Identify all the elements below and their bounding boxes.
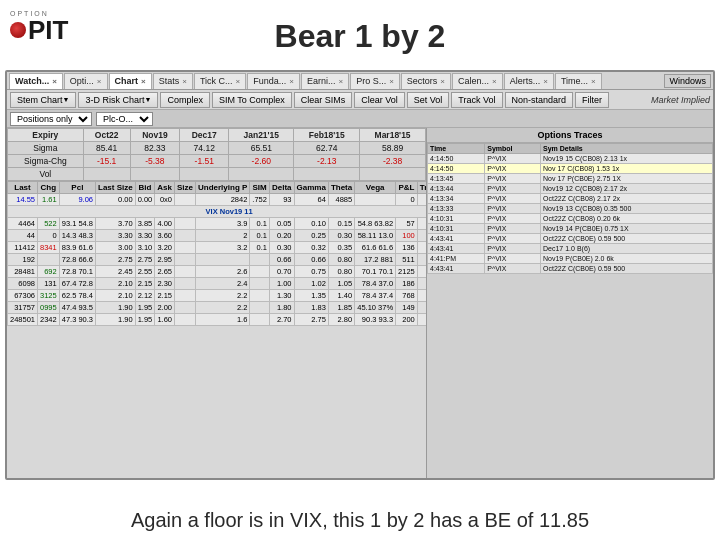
stem-chart-button[interactable]: Stem Chart	[10, 92, 76, 108]
clear-sims-button[interactable]: Clear SIMs	[294, 92, 353, 108]
col-ask: Ask	[155, 182, 175, 194]
complex-button[interactable]: Complex	[160, 92, 210, 108]
vol-row: Vol	[8, 168, 426, 181]
expiry-table: Expiry Oct22 Nov19 Dec17 Jan21'15 Feb18'…	[7, 128, 426, 181]
list-item: 4:14:50 P^VIX Nov19 15 C(CB08) 2.13 1x	[428, 154, 713, 164]
table-row: 192 72.8 66.6 2.75 2.75 2.95 0.66 0.	[8, 254, 427, 266]
trading-window: Watch...× Opti...× Chart× Stats× Tick C.…	[5, 70, 715, 480]
col-sim: SIM	[250, 182, 270, 194]
tab-alerts[interactable]: Alerts...×	[504, 73, 554, 89]
table-row: 28481 692 72.8 70.1 2.45 2.55 2.65 2.6 0…	[8, 266, 427, 278]
track-vol-button[interactable]: Track Vol	[451, 92, 502, 108]
list-item: 4:41:PM P^VIX Nov19 P(CB0E) 2.0 6k	[428, 254, 713, 264]
col-chg: Chg	[38, 182, 60, 194]
table-row: 31757 0995 47.4 93.5 1.90 1.95 2.00 2.2 …	[8, 302, 427, 314]
mar18-col-header: Mar18'15	[360, 129, 426, 142]
tab-opti[interactable]: Opti...×	[64, 73, 108, 89]
sigma-chg-row: Sigma-Chg -15.1 -5.38 -1.51 -2.60 -2.13 …	[8, 155, 426, 168]
sigma-row: Sigma 85.41 82.33 74.12 65.51 62.74 58.8…	[8, 142, 426, 155]
col-trdpl: TrdP&L	[417, 182, 426, 194]
col-theta: Theta	[328, 182, 354, 194]
tab-earni[interactable]: Earni...×	[301, 73, 349, 89]
tab-calen[interactable]: Calen...×	[452, 73, 503, 89]
col-pcl: Pcl	[59, 182, 95, 194]
col-vega: Vega	[355, 182, 396, 194]
col-last: Last	[8, 182, 38, 194]
oct22-col-header: Oct22	[83, 129, 130, 142]
windows-button[interactable]: Windows	[664, 74, 711, 88]
feb18-col-header: Feb18'15	[294, 129, 360, 142]
nov19-col-header: Nov19	[130, 129, 180, 142]
list-item: 4:13:33 P^VIX Nov19 13 C(CB08) 0.35 500	[428, 204, 713, 214]
left-panel: Expiry Oct22 Nov19 Dec17 Jan21'15 Feb18'…	[7, 128, 427, 478]
jan21-col-header: Jan21'15	[229, 129, 294, 142]
main-content: Expiry Oct22 Nov19 Dec17 Jan21'15 Feb18'…	[7, 128, 713, 478]
table-row: 14.55 1.61 9.06 0.00 0.00 0x0 2842 .752 …	[8, 194, 427, 206]
positions-filter[interactable]: Positions only	[10, 112, 92, 126]
tab-watch[interactable]: Watch...×	[9, 73, 63, 89]
non-standard-button[interactable]: Non-standard	[505, 92, 574, 108]
col-size: Size	[174, 182, 195, 194]
list-item: 4:43:41 P^VIX Dec17 1.0 B(6)	[428, 244, 713, 254]
list-item: 4:13:44 P^VIX Nov19 12 C(CB08) 2.17 2x	[428, 184, 713, 194]
expiry-col-header: Expiry	[8, 129, 84, 142]
right-panel: Options Traces Time Symbol Sym Details 4…	[427, 128, 713, 478]
traces-col-detail: Sym Details	[541, 144, 713, 154]
sim-to-complex-button[interactable]: SIM To Complex	[212, 92, 292, 108]
list-item: 4:13:45 P^VIX Nov 17 P(CB0E) 2.75 1X	[428, 174, 713, 184]
options-traces-header: Options Traces	[427, 128, 713, 143]
clear-vol-button[interactable]: Clear Vol	[354, 92, 405, 108]
data-table-wrapper: Last Chg Pcl Last Size Bid Ask Size Unde…	[7, 181, 426, 478]
traces-col-symbol: Symbol	[485, 144, 541, 154]
table-row: 6098 131 67.4 72.8 2.10 2.15 2.30 2.4 1.…	[8, 278, 427, 290]
list-item: 4:43:41 P^VIX Oct22Z C(CB0E) 0.59 500	[428, 234, 713, 244]
tab-chart[interactable]: Chart×	[109, 73, 152, 89]
list-item: 4:43:41 P^VIX Oct22Z C(CB0E) 0.59 500	[428, 264, 713, 274]
data-table: Last Chg Pcl Last Size Bid Ask Size Unde…	[7, 181, 426, 326]
toolbar: Stem Chart 3-D Risk Chart Complex SIM To…	[7, 90, 713, 110]
main-title: Bear 1 by 2	[0, 18, 720, 55]
table-row: 4464 522 93.1 54.8 3.70 3.85 4.00 3.9 0.…	[8, 218, 427, 230]
page-container: OPTION PIT Bear 1 by 2 Watch...× Opti...…	[0, 0, 720, 540]
tab-funda[interactable]: Funda...×	[247, 73, 300, 89]
filter-button[interactable]: Filter	[575, 92, 609, 108]
product-filter[interactable]: Plc-O...	[96, 112, 153, 126]
col-bid: Bid	[135, 182, 155, 194]
col-gamma: Gamma	[294, 182, 328, 194]
col-underlying: Underlying P	[196, 182, 250, 194]
tab-pros[interactable]: Pro S...×	[350, 73, 400, 89]
tab-stats[interactable]: Stats×	[153, 73, 193, 89]
3d-risk-chart-button[interactable]: 3-D Risk Chart	[78, 92, 158, 108]
market-implied-label: Market Implied	[651, 95, 710, 105]
col-delta: Delta	[269, 182, 294, 194]
table-row: 248501 2342 47.3 90.3 1.90 1.95 1.60 1.6…	[8, 314, 427, 326]
dec17-col-header: Dec17	[180, 129, 229, 142]
tab-bar: Watch...× Opti...× Chart× Stats× Tick C.…	[7, 72, 713, 90]
list-item: 4:13:34 P^VIX Oct22Z C(CB08) 2.17 2x	[428, 194, 713, 204]
col-lastsize: Last Size	[96, 182, 136, 194]
list-item: 4:14:50 P^VIX Nov 17 C(CB08) 1.53 1x	[428, 164, 713, 174]
table-row: 67306 3125 62.5 78.4 2.10 2.12 2.15 2.2 …	[8, 290, 427, 302]
list-item: 4:10:31 P^VIX Oct22Z C(CB08) 0.20 6k	[428, 214, 713, 224]
traces-table: Time Symbol Sym Details 4:14:50 P^VIX No…	[427, 143, 713, 274]
set-vol-button[interactable]: Set Vol	[407, 92, 450, 108]
table-row: 11412 8341 83.9 61.6 3.00 3.10 3.20 3.2 …	[8, 242, 427, 254]
bottom-text: Again a floor is in VIX, this 1 by 2 has…	[0, 509, 720, 532]
table-row: VIX Nov19 11	[8, 206, 427, 218]
col-pl: P&L	[396, 182, 418, 194]
filter-bar: Positions only Plc-O...	[7, 110, 713, 128]
tab-sectors[interactable]: Sectors×	[401, 73, 451, 89]
tab-tick[interactable]: Tick C...×	[194, 73, 246, 89]
tab-time[interactable]: Time...×	[555, 73, 602, 89]
list-item: 4:10:31 P^VIX Nov19 14 P(CB0E) 0.75 1X	[428, 224, 713, 234]
table-row: 44 0 14.3 48.3 3.30 3.30 3.60 2 0.1 0.20	[8, 230, 427, 242]
traces-col-time: Time	[428, 144, 485, 154]
